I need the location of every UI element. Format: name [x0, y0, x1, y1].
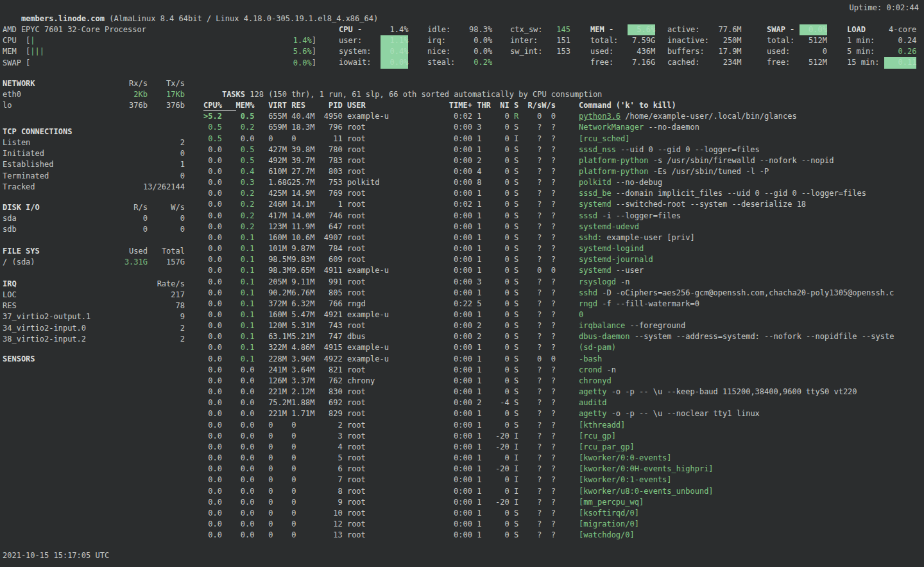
cell-cpu: 0.0: [208, 211, 222, 222]
process-row: 0.00.0221M1.71M829root0:0010S??agetty -o…: [203, 408, 924, 419]
selection-marker: [203, 331, 208, 342]
cell-res: 9.11M: [291, 277, 319, 288]
cell-status: S: [514, 420, 523, 431]
process-row: 0.00.2123M11.9M647root0:0010S??systemd-u…: [203, 222, 924, 232]
gauge-swap: SWAP [0.0%]: [3, 58, 316, 69]
cell-user: root: [347, 453, 393, 464]
cell-read-rate: ?: [523, 277, 542, 288]
cell-ni: 0: [491, 155, 509, 166]
cell-mem: 0.5: [241, 111, 255, 122]
cell-cpu: 0.0: [208, 254, 222, 265]
cell-virt: 427M: [268, 144, 291, 155]
stat-label: total:: [590, 35, 628, 46]
cell-mem: 0.0: [241, 453, 255, 464]
cell-read-rate: ?: [523, 387, 542, 397]
cell-time: 0:00: [393, 387, 472, 397]
cell-cpu: 0.0: [208, 310, 222, 320]
cell-user: root: [347, 199, 393, 210]
command-args: -Es /usr/sbin/tuned -l -P: [648, 166, 769, 177]
cell-thr: 1: [477, 232, 491, 243]
cell-write-rate: ?: [542, 508, 556, 519]
cell-status: I: [514, 486, 523, 497]
stat-row: inactive:250M: [667, 35, 742, 46]
stat-label: free:: [590, 57, 628, 68]
cell-time: 0:00: [393, 222, 472, 232]
cell-write-rate: ?: [542, 320, 556, 331]
process-row: 0.50.2659M18.3M796root0:0030S??NetworkMa…: [203, 122, 924, 133]
cell-mem: 0.5: [241, 155, 255, 166]
cell-write-rate: ?: [542, 497, 556, 508]
cell-cpu: 0.0: [208, 397, 222, 408]
cell-cpu: 0.0: [208, 144, 222, 155]
cell-pid: 805: [320, 288, 343, 299]
selection-marker: [203, 243, 208, 254]
cell-read-rate: ?: [523, 365, 542, 376]
cell-user: rngd: [347, 299, 393, 310]
selection-marker: [203, 166, 208, 177]
row-value: 1: [110, 159, 185, 170]
stat-row: inter:151: [510, 35, 570, 46]
sidebar-section-network: NETWORKRx/sTx/seth02Kb17Kblo376b376b: [3, 78, 185, 111]
cell-user: root: [347, 155, 393, 166]
command-name: [kworker/0:0H-events_highpri]: [579, 464, 714, 475]
command-name: (sd-pam): [579, 342, 616, 353]
process-row: 0.00.1205M9.11M991root0:0030S??rsyslogd …: [203, 277, 924, 288]
selection-marker: [203, 464, 208, 475]
cell-pid: 743: [320, 320, 343, 331]
row-value: 0: [148, 213, 185, 224]
cell-pid: 3: [320, 431, 343, 442]
cell-read-rate: ?: [523, 376, 542, 387]
cell-virt: 492M: [268, 155, 291, 166]
cell-cpu: 0.0: [208, 420, 222, 431]
cell-pid: 5: [320, 453, 343, 464]
sidebar-row: Tracked13/262144: [3, 182, 185, 193]
cell-virt: 0: [268, 530, 291, 541]
cell-mem: 0.1: [241, 354, 255, 365]
stat-label: inter:: [510, 35, 547, 46]
cell-virt: 63.1M: [268, 331, 291, 342]
cell-thr: 1: [477, 508, 491, 519]
cell-write-rate: 0: [542, 111, 556, 122]
command-name: [migration/0]: [579, 519, 639, 530]
cell-res: 14.0M: [291, 211, 319, 222]
cell-command: python3.6 /home/example-user/.local/bin/…: [579, 111, 924, 122]
row-label: eth0: [3, 89, 110, 100]
glances-terminal: members.linode.com (AlmaLinux 8.4 64bit …: [0, 0, 924, 567]
cell-mem: 0.4: [241, 166, 255, 177]
command-name: polkitd: [579, 177, 612, 188]
cell-command: sssd_nss --uid 0 --gid 0 --logger=files: [579, 144, 924, 155]
cell-command: platform-python -s /usr/sbin/firewalld -…: [579, 155, 924, 166]
cell-pid: 6: [320, 464, 343, 475]
cell-status: S: [514, 222, 523, 232]
cell-mem: 0.1: [241, 310, 255, 320]
command-name: systemd-journald: [579, 254, 653, 265]
cell-command: (sd-pam): [579, 342, 924, 353]
cell-mem: 0.1: [241, 320, 255, 331]
cell-res: 10.6M: [291, 232, 319, 243]
cell-ni: 0: [491, 122, 509, 133]
command-name: agetty: [579, 408, 606, 419]
cell-ni: 0: [491, 387, 509, 397]
cell-user: root: [347, 211, 393, 222]
cell-time: 0:00: [393, 243, 472, 254]
cell-virt: 322M: [268, 342, 291, 353]
command-name: dbus-daemon: [579, 331, 629, 342]
selection-marker: [203, 277, 208, 288]
selection-marker: [203, 134, 208, 144]
uptime: Uptime: 0:02:44: [850, 3, 919, 13]
cell-thr: 8: [477, 177, 491, 188]
sidebar-row: Listen2: [3, 137, 185, 148]
command-args: --no-daemon: [644, 122, 699, 133]
cell-user: polkitd: [347, 177, 393, 188]
clock: 2021-10-15 15:17:05 UTC: [3, 550, 109, 561]
cell-write-rate: 0: [542, 265, 556, 276]
cell-pid: 1: [320, 199, 343, 210]
cell-cpu: 0.5: [208, 122, 222, 133]
cell-ni: 0: [491, 188, 509, 199]
cell-thr: 1: [477, 442, 491, 453]
cell-read-rate: ?: [523, 310, 542, 320]
process-row: 0.00.00012root0:0010S??[migration/0]: [203, 519, 924, 530]
cell-thr: 1: [477, 486, 491, 497]
cell-time: 0:00: [393, 464, 472, 475]
cell-thr: 1: [477, 475, 491, 485]
